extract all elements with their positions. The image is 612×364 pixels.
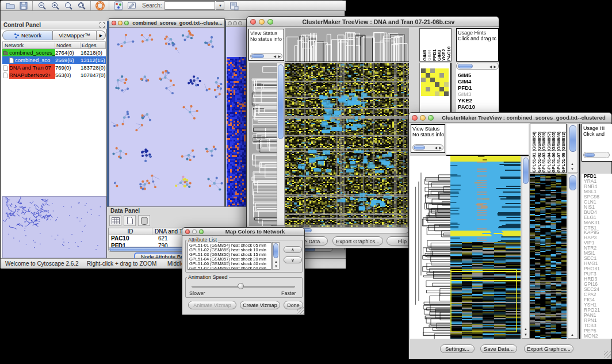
delete-attribute-icon[interactable] bbox=[138, 215, 150, 226]
attribute-item[interactable]: GPL51-02 (GSM855) heat shock 10 min bbox=[189, 248, 271, 252]
attribute-item[interactable]: GPL51-07 (GSM868) heat shock 60 min bbox=[189, 266, 271, 270]
scroll-down-icon[interactable]: ▼ bbox=[524, 333, 527, 336]
tab-vizmapper[interactable]: VizMapper™ bbox=[53, 30, 97, 40]
speed-slider-thumb[interactable] bbox=[238, 283, 244, 289]
settings-button[interactable]: Settings... bbox=[440, 344, 475, 353]
zoom-out-icon[interactable] bbox=[36, 0, 48, 11]
table-row[interactable]: DNA and Tran 07 769(0) 183728(0) bbox=[2, 64, 106, 71]
gene-label[interactable]: PAC10 bbox=[458, 104, 475, 110]
table-row[interactable]: combined_scores_ 2764(0) 16218(0) bbox=[2, 49, 106, 56]
row-dendrogram[interactable] bbox=[410, 156, 450, 339]
row-dendrogram[interactable] bbox=[249, 63, 277, 226]
gene-label[interactable]: GIM4 bbox=[458, 78, 475, 85]
minimize-button[interactable] bbox=[259, 19, 265, 25]
search-input[interactable] bbox=[165, 1, 215, 10]
zoom-selected-icon[interactable] bbox=[75, 0, 87, 11]
table-row[interactable]: RNAPuberNov2+ 563(0) 107847(0) bbox=[2, 71, 106, 79]
similarity-thumbnail[interactable] bbox=[421, 68, 449, 96]
attribute-list[interactable]: GPL51-01 (GSM854) heat shock 05 minGPL51… bbox=[188, 242, 271, 270]
minimize-button[interactable] bbox=[420, 115, 426, 121]
status-welcome: Welcome to Cytoscape 2.6.2 bbox=[5, 260, 79, 267]
annotation-icon[interactable] bbox=[125, 0, 137, 11]
zoom-window-button[interactable] bbox=[428, 115, 434, 121]
column-dendrogram[interactable] bbox=[285, 28, 409, 62]
scroll-left-icon[interactable]: ◀ bbox=[434, 146, 437, 150]
gene-label[interactable]: GIM3 bbox=[458, 91, 475, 97]
column-header-id[interactable]: ID bbox=[109, 228, 152, 235]
dendrogram-scrollbar[interactable] bbox=[277, 63, 285, 226]
selection-scrollbar[interactable]: ▲ bbox=[568, 174, 578, 339]
scroll-up-icon[interactable]: ▲ bbox=[571, 162, 574, 166]
save-session-icon[interactable] bbox=[17, 0, 29, 11]
zoom-window-button[interactable] bbox=[199, 229, 204, 234]
open-session-icon[interactable] bbox=[4, 0, 16, 11]
minimize-button[interactable] bbox=[118, 21, 123, 25]
search-dropdown-icon[interactable]: ▼ bbox=[216, 1, 224, 10]
heatmap-scrollbar[interactable]: ▲ ▼ bbox=[522, 156, 530, 339]
column-label: PFD1 bbox=[432, 29, 437, 61]
network-tab-icon bbox=[14, 33, 20, 39]
attribute-grid-icon[interactable] bbox=[109, 215, 121, 226]
file-icon bbox=[9, 58, 14, 63]
float-panel-icon[interactable] bbox=[100, 22, 105, 28]
scroll-right-icon[interactable]: ▶ bbox=[439, 146, 442, 150]
dense-network-canvas[interactable] bbox=[226, 27, 247, 212]
table-row[interactable]: combined_sco 2569(6) 13112(15) bbox=[2, 56, 106, 64]
tab-overflow-icon[interactable]: ▶ bbox=[97, 30, 106, 40]
resize-grip[interactable] bbox=[604, 351, 611, 358]
gene-label[interactable]: GIM5 bbox=[458, 72, 475, 78]
gene-label[interactable]: MON2 bbox=[584, 334, 612, 339]
gene-label[interactable]: YKE2 bbox=[458, 97, 475, 104]
attribute-item[interactable]: GPL51-04 (GSM857) heat shock 20 min bbox=[189, 257, 271, 262]
scroll-right-icon[interactable]: ▶ bbox=[278, 55, 281, 58]
minimize-button[interactable] bbox=[192, 229, 197, 234]
selection-heatmap[interactable] bbox=[530, 174, 567, 339]
scroll-left-icon[interactable]: ◀ bbox=[489, 65, 492, 68]
close-button[interactable] bbox=[228, 21, 232, 25]
attribute-list-scrollbar[interactable]: ▲ ▼ bbox=[272, 242, 280, 270]
zoom-in-icon[interactable] bbox=[49, 0, 61, 11]
gene-label[interactable]: PFD1 bbox=[458, 85, 475, 91]
tab-network[interactable]: Network bbox=[2, 30, 53, 40]
attribute-item[interactable]: GPL51-06 (GSM865) heat shock 40 min bbox=[189, 262, 271, 266]
view-status-scrollbar[interactable]: ◀ ▶ bbox=[412, 144, 443, 151]
attribute-item[interactable]: GPL51-01 (GSM854) heat shock 05 min bbox=[189, 243, 271, 248]
network-canvas[interactable] bbox=[109, 28, 224, 206]
column-dendrogram-area bbox=[446, 124, 529, 156]
zoom-fit-icon[interactable] bbox=[62, 0, 74, 11]
save-data-button[interactable]: Save Data... bbox=[480, 344, 517, 353]
move-up-button[interactable]: ∧ bbox=[284, 246, 302, 253]
network-overview-thumbnail[interactable] bbox=[2, 196, 106, 258]
table-report-icon[interactable] bbox=[228, 0, 240, 11]
column-labels-scrollbar[interactable]: ▲ ▼ bbox=[568, 124, 578, 173]
help-lifesaver-icon[interactable] bbox=[94, 0, 106, 11]
close-button[interactable] bbox=[185, 229, 190, 234]
move-down-button[interactable]: ∨ bbox=[284, 256, 302, 263]
usage-hints-scrollbar[interactable] bbox=[583, 152, 610, 158]
zoom-window-button[interactable] bbox=[238, 21, 242, 25]
minimize-button[interactable] bbox=[233, 21, 237, 25]
gene-list-scrollbar[interactable]: ◀ ▶ bbox=[456, 63, 499, 70]
scroll-up-icon[interactable]: ▲ bbox=[571, 333, 574, 336]
resize-grip[interactable] bbox=[297, 307, 304, 314]
scroll-up-icon[interactable]: ▲ bbox=[274, 260, 278, 263]
new-attribute-icon[interactable] bbox=[124, 215, 136, 226]
attribute-item[interactable]: GPL51-03 (GSM856) heat shock 15 min bbox=[189, 252, 271, 257]
create-vizmap-button[interactable]: Create Vizmap bbox=[240, 301, 280, 309]
main-heatmap[interactable] bbox=[285, 63, 409, 227]
close-button[interactable] bbox=[250, 19, 256, 25]
scroll-up-icon[interactable]: ▲ bbox=[524, 327, 527, 331]
close-button[interactable] bbox=[412, 115, 418, 121]
close-button[interactable] bbox=[112, 21, 116, 25]
scroll-left-icon[interactable]: ◀ bbox=[273, 55, 276, 58]
main-heatmap[interactable] bbox=[450, 156, 521, 339]
view-status-scrollbar[interactable]: ◀ ▶ bbox=[250, 53, 282, 59]
scroll-right-icon[interactable]: ▶ bbox=[494, 65, 496, 68]
zoom-window-button[interactable] bbox=[267, 19, 273, 25]
network-overlay-icon[interactable] bbox=[112, 0, 124, 11]
export-graphics-button[interactable]: Export Graphics... bbox=[524, 344, 573, 353]
export-graphics-button[interactable]: Export Graphics... bbox=[332, 236, 383, 246]
zoom-window-button[interactable] bbox=[124, 21, 129, 25]
scroll-down-icon[interactable]: ▼ bbox=[571, 167, 574, 171]
scroll-down-icon[interactable]: ▼ bbox=[274, 265, 278, 268]
